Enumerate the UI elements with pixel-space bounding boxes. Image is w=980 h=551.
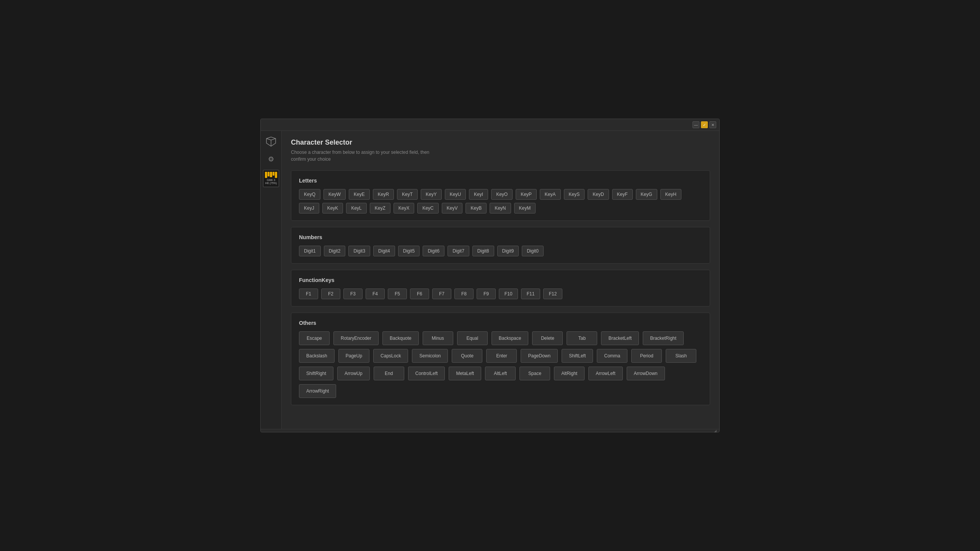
- key-keyo[interactable]: KeyO: [491, 189, 513, 200]
- key-comma[interactable]: Comma: [597, 349, 627, 363]
- key-rotaryencoder[interactable]: RotaryEncoder: [333, 331, 379, 345]
- key-f1[interactable]: F1: [299, 289, 318, 299]
- page-title: Character Selector: [291, 139, 710, 147]
- key-arrowright[interactable]: ArrowRight: [299, 384, 336, 398]
- key-delete[interactable]: Delete: [532, 331, 563, 345]
- key-keym[interactable]: KeyM: [514, 203, 536, 214]
- key-arrowleft[interactable]: ArrowLeft: [588, 367, 622, 380]
- key-capslock[interactable]: CapsLock: [373, 349, 408, 363]
- key-altright[interactable]: AltRight: [554, 367, 585, 380]
- numbers-section: Numbers Digit1Digit2Digit3Digit4Digit5Di…: [291, 227, 710, 264]
- key-keya[interactable]: KeyA: [540, 189, 561, 200]
- key-f6[interactable]: F6: [410, 289, 429, 299]
- key-digit6[interactable]: Digit6: [423, 246, 444, 256]
- key-keyw[interactable]: KeyW: [323, 189, 346, 200]
- key-keyz[interactable]: KeyZ: [370, 203, 390, 214]
- key-keyy[interactable]: KeyY: [421, 189, 442, 200]
- key-digit9[interactable]: Digit9: [497, 246, 519, 256]
- key-altleft[interactable]: AltLeft: [485, 367, 516, 380]
- resize-handle[interactable]: ◢: [714, 429, 718, 433]
- key-digit1[interactable]: Digit1: [299, 246, 321, 256]
- key-f8[interactable]: F8: [454, 289, 474, 299]
- sidebar: ⚙ GMK 3 HE (75%): [261, 131, 282, 429]
- key-slash[interactable]: Slash: [666, 349, 696, 363]
- key-tab[interactable]: Tab: [567, 331, 597, 345]
- key-keyr[interactable]: KeyR: [373, 189, 394, 200]
- key-keyn[interactable]: KeyN: [490, 203, 511, 214]
- key-keyp[interactable]: KeyP: [516, 189, 537, 200]
- key-period[interactable]: Period: [631, 349, 662, 363]
- key-shiftright[interactable]: ShiftRight: [299, 367, 333, 380]
- key-keyd[interactable]: KeyD: [588, 189, 609, 200]
- key-enter[interactable]: Enter: [486, 349, 517, 363]
- others-section: Others EscapeRotaryEncoderBackquoteMinus…: [291, 313, 710, 405]
- key-keyj[interactable]: KeyJ: [299, 203, 319, 214]
- key-digit2[interactable]: Digit2: [324, 246, 346, 256]
- confirm-button[interactable]: ✓: [701, 121, 708, 128]
- minimize-button[interactable]: —: [693, 121, 699, 128]
- key-f9[interactable]: F9: [477, 289, 496, 299]
- app-logo: [264, 135, 278, 148]
- key-quote[interactable]: Quote: [452, 349, 482, 363]
- key-f4[interactable]: F4: [366, 289, 385, 299]
- function-keys-section: FunctionKeys F1F2F3F4F5F6F7F8F9F10F11F12: [291, 270, 710, 306]
- key-pageup[interactable]: PageUp: [338, 349, 369, 363]
- key-equal[interactable]: Equal: [457, 331, 488, 345]
- key-controlleft[interactable]: ControlLeft: [408, 367, 445, 380]
- title-bar: — ✓ ✕: [261, 119, 719, 131]
- key-digit4[interactable]: Digit4: [373, 246, 395, 256]
- key-space[interactable]: Space: [519, 367, 550, 380]
- key-backslash[interactable]: Backslash: [299, 349, 335, 363]
- key-keys[interactable]: KeyS: [564, 189, 585, 200]
- key-keyi[interactable]: KeyI: [469, 189, 488, 200]
- keyboard-widget: GMK 3 HE (75%): [263, 170, 279, 187]
- key-digit3[interactable]: Digit3: [348, 246, 370, 256]
- letters-title: Letters: [299, 178, 702, 184]
- key-keyq[interactable]: KeyQ: [299, 189, 320, 200]
- key-keyv[interactable]: KeyV: [442, 203, 463, 214]
- key-bracketright[interactable]: BracketRight: [643, 331, 684, 345]
- key-bracketleft[interactable]: BracketLeft: [601, 331, 639, 345]
- character-selector-window: — ✓ ✕ ⚙: [260, 119, 720, 432]
- key-minus[interactable]: Minus: [423, 331, 453, 345]
- settings-icon[interactable]: ⚙: [266, 154, 276, 165]
- key-f11[interactable]: F11: [521, 289, 540, 299]
- key-end[interactable]: End: [374, 367, 404, 380]
- key-f5[interactable]: F5: [388, 289, 407, 299]
- key-pagedown[interactable]: PageDown: [521, 349, 558, 363]
- key-arrowup[interactable]: ArrowUp: [337, 367, 370, 380]
- numbers-grid: Digit1Digit2Digit3Digit4Digit5Digit6Digi…: [299, 246, 702, 256]
- key-shiftleft[interactable]: ShiftLeft: [562, 349, 593, 363]
- key-keyc[interactable]: KeyC: [417, 203, 438, 214]
- key-semicolon[interactable]: Semicolon: [412, 349, 448, 363]
- key-f2[interactable]: F2: [321, 289, 340, 299]
- key-keyx[interactable]: KeyX: [394, 203, 415, 214]
- key-backquote[interactable]: Backquote: [382, 331, 419, 345]
- key-keyu[interactable]: KeyU: [445, 189, 466, 200]
- key-keye[interactable]: KeyE: [349, 189, 370, 200]
- key-arrowdown[interactable]: ArrowDown: [627, 367, 665, 380]
- key-digit0[interactable]: Digit0: [522, 246, 544, 256]
- window-bottom: ◢: [261, 429, 719, 432]
- key-f3[interactable]: F3: [343, 289, 363, 299]
- key-keyl[interactable]: KeyL: [346, 203, 366, 214]
- key-keyf[interactable]: KeyF: [612, 189, 633, 200]
- key-keyg[interactable]: KeyG: [636, 189, 657, 200]
- key-f12[interactable]: F12: [543, 289, 562, 299]
- key-keyb[interactable]: KeyB: [466, 203, 487, 214]
- key-digit5[interactable]: Digit5: [398, 246, 420, 256]
- key-digit8[interactable]: Digit8: [472, 246, 494, 256]
- key-f7[interactable]: F7: [432, 289, 451, 299]
- key-f10[interactable]: F10: [499, 289, 518, 299]
- key-keyh[interactable]: KeyH: [660, 189, 681, 200]
- key-escape[interactable]: Escape: [299, 331, 330, 345]
- others-grid: EscapeRotaryEncoderBackquoteMinusEqualBa…: [299, 331, 702, 398]
- numbers-title: Numbers: [299, 234, 702, 240]
- key-digit7[interactable]: Digit7: [448, 246, 469, 256]
- key-metaleft[interactable]: MetaLeft: [449, 367, 481, 380]
- key-keyk[interactable]: KeyK: [322, 203, 343, 214]
- key-keyt[interactable]: KeyT: [397, 189, 418, 200]
- close-button[interactable]: ✕: [709, 121, 716, 128]
- key-backspace[interactable]: Backspace: [492, 331, 529, 345]
- letters-section: Letters KeyQKeyWKeyEKeyRKeyTKeyYKeyUKeyI…: [291, 170, 710, 221]
